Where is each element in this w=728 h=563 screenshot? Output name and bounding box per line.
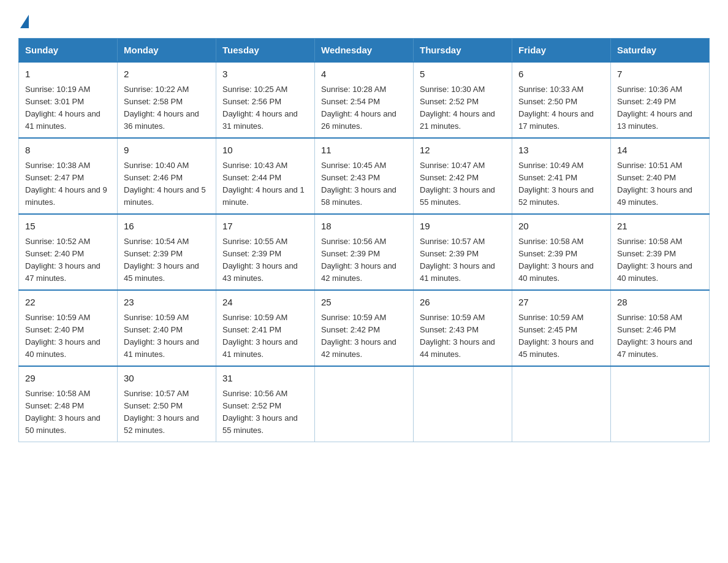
calendar-cell: 3Sunrise: 10:25 AMSunset: 2:56 PMDayligh… xyxy=(216,62,315,138)
calendar-cell: 30Sunrise: 10:57 AMSunset: 2:50 PMDaylig… xyxy=(118,366,216,442)
logo-triangle-icon xyxy=(20,15,29,28)
day-info: Sunrise: 10:22 AMSunset: 2:58 PMDaylight… xyxy=(124,85,199,131)
day-info: Sunrise: 10:57 AMSunset: 2:39 PMDaylight… xyxy=(420,237,495,283)
calendar-cell: 25Sunrise: 10:59 AMSunset: 2:42 PMDaylig… xyxy=(315,290,414,366)
day-number: 23 xyxy=(124,296,210,310)
calendar-cell: 4Sunrise: 10:28 AMSunset: 2:54 PMDayligh… xyxy=(315,62,414,138)
day-number: 14 xyxy=(617,144,703,158)
day-number: 12 xyxy=(420,144,506,158)
header xyxy=(18,12,710,27)
day-number: 10 xyxy=(222,144,308,158)
day-number: 6 xyxy=(518,67,604,82)
day-info: Sunrise: 10:33 AMSunset: 2:50 PMDaylight… xyxy=(518,85,594,131)
day-number: 27 xyxy=(518,296,604,310)
calendar-header-row: SundayMondayTuesdayWednesdayThursdayFrid… xyxy=(19,39,710,63)
day-info: Sunrise: 10:59 AMSunset: 2:41 PMDaylight… xyxy=(222,313,298,359)
calendar-week-row: 15Sunrise: 10:52 AMSunset: 2:40 PMDaylig… xyxy=(19,214,710,290)
day-info: Sunrise: 10:52 AMSunset: 2:40 PMDaylight… xyxy=(25,237,100,283)
day-info: Sunrise: 10:58 AMSunset: 2:48 PMDaylight… xyxy=(25,389,100,435)
day-info: Sunrise: 10:19 AMSunset: 3:01 PMDaylight… xyxy=(25,85,100,131)
day-number: 19 xyxy=(420,220,506,234)
day-number: 13 xyxy=(518,144,604,158)
calendar-cell: 27Sunrise: 10:59 AMSunset: 2:45 PMDaylig… xyxy=(512,290,611,366)
day-number: 18 xyxy=(321,220,407,234)
calendar-cell: 8Sunrise: 10:38 AMSunset: 2:47 PMDayligh… xyxy=(19,138,118,214)
calendar-cell: 12Sunrise: 10:47 AMSunset: 2:42 PMDaylig… xyxy=(414,138,512,214)
calendar-day-header: Saturday xyxy=(611,39,710,63)
day-number: 7 xyxy=(617,67,703,82)
day-number: 24 xyxy=(222,296,308,310)
day-number: 4 xyxy=(321,67,407,82)
calendar-cell: 1Sunrise: 10:19 AMSunset: 3:01 PMDayligh… xyxy=(19,62,118,138)
day-info: Sunrise: 10:40 AMSunset: 2:46 PMDaylight… xyxy=(124,161,206,207)
calendar-cell: 2Sunrise: 10:22 AMSunset: 2:58 PMDayligh… xyxy=(118,62,216,138)
calendar-cell xyxy=(414,366,512,442)
day-number: 16 xyxy=(124,220,210,234)
day-info: Sunrise: 10:38 AMSunset: 2:47 PMDaylight… xyxy=(25,161,107,207)
day-number: 8 xyxy=(25,144,111,158)
day-info: Sunrise: 10:59 AMSunset: 2:40 PMDaylight… xyxy=(124,313,199,359)
calendar-cell: 19Sunrise: 10:57 AMSunset: 2:39 PMDaylig… xyxy=(414,214,512,290)
day-number: 22 xyxy=(25,296,111,310)
day-info: Sunrise: 10:58 AMSunset: 2:39 PMDaylight… xyxy=(617,237,692,283)
day-info: Sunrise: 10:59 AMSunset: 2:43 PMDaylight… xyxy=(420,313,495,359)
day-info: Sunrise: 10:51 AMSunset: 2:40 PMDaylight… xyxy=(617,161,692,207)
day-number: 25 xyxy=(321,296,407,310)
calendar-day-header: Wednesday xyxy=(315,39,414,63)
calendar-cell: 5Sunrise: 10:30 AMSunset: 2:52 PMDayligh… xyxy=(414,62,512,138)
calendar-cell: 7Sunrise: 10:36 AMSunset: 2:49 PMDayligh… xyxy=(611,62,710,138)
calendar-cell: 29Sunrise: 10:58 AMSunset: 2:48 PMDaylig… xyxy=(19,366,118,442)
calendar-week-row: 1Sunrise: 10:19 AMSunset: 3:01 PMDayligh… xyxy=(19,62,710,138)
day-info: Sunrise: 10:43 AMSunset: 2:44 PMDaylight… xyxy=(222,161,305,207)
calendar-cell: 9Sunrise: 10:40 AMSunset: 2:46 PMDayligh… xyxy=(118,138,216,214)
day-info: Sunrise: 10:49 AMSunset: 2:41 PMDaylight… xyxy=(518,161,594,207)
calendar-cell: 26Sunrise: 10:59 AMSunset: 2:43 PMDaylig… xyxy=(414,290,512,366)
calendar-cell xyxy=(315,366,414,442)
logo xyxy=(18,12,29,27)
day-number: 11 xyxy=(321,144,407,158)
calendar-table: SundayMondayTuesdayWednesdayThursdayFrid… xyxy=(18,38,710,442)
day-number: 1 xyxy=(25,67,111,82)
calendar-week-row: 22Sunrise: 10:59 AMSunset: 2:40 PMDaylig… xyxy=(19,290,710,366)
day-number: 20 xyxy=(518,220,604,234)
calendar-cell: 13Sunrise: 10:49 AMSunset: 2:41 PMDaylig… xyxy=(512,138,611,214)
calendar-cell xyxy=(512,366,611,442)
day-number: 28 xyxy=(617,296,703,310)
day-info: Sunrise: 10:25 AMSunset: 2:56 PMDaylight… xyxy=(222,85,298,131)
day-number: 9 xyxy=(124,144,210,158)
calendar-day-header: Tuesday xyxy=(216,39,315,63)
calendar-cell: 17Sunrise: 10:55 AMSunset: 2:39 PMDaylig… xyxy=(216,214,315,290)
calendar-day-header: Friday xyxy=(512,39,611,63)
calendar-cell xyxy=(611,366,710,442)
calendar-cell: 10Sunrise: 10:43 AMSunset: 2:44 PMDaylig… xyxy=(216,138,315,214)
day-number: 17 xyxy=(222,220,308,234)
day-info: Sunrise: 10:58 AMSunset: 2:46 PMDaylight… xyxy=(617,313,692,359)
calendar-cell: 18Sunrise: 10:56 AMSunset: 2:39 PMDaylig… xyxy=(315,214,414,290)
day-number: 29 xyxy=(25,372,111,386)
calendar-cell: 21Sunrise: 10:58 AMSunset: 2:39 PMDaylig… xyxy=(611,214,710,290)
day-info: Sunrise: 10:58 AMSunset: 2:39 PMDaylight… xyxy=(518,237,594,283)
day-info: Sunrise: 10:59 AMSunset: 2:45 PMDaylight… xyxy=(518,313,594,359)
day-info: Sunrise: 10:54 AMSunset: 2:39 PMDaylight… xyxy=(124,237,199,283)
calendar-week-row: 8Sunrise: 10:38 AMSunset: 2:47 PMDayligh… xyxy=(19,138,710,214)
calendar-cell: 22Sunrise: 10:59 AMSunset: 2:40 PMDaylig… xyxy=(19,290,118,366)
day-number: 21 xyxy=(617,220,703,234)
calendar-cell: 31Sunrise: 10:56 AMSunset: 2:52 PMDaylig… xyxy=(216,366,315,442)
calendar-cell: 24Sunrise: 10:59 AMSunset: 2:41 PMDaylig… xyxy=(216,290,315,366)
calendar-cell: 20Sunrise: 10:58 AMSunset: 2:39 PMDaylig… xyxy=(512,214,611,290)
calendar-cell: 16Sunrise: 10:54 AMSunset: 2:39 PMDaylig… xyxy=(118,214,216,290)
day-info: Sunrise: 10:59 AMSunset: 2:42 PMDaylight… xyxy=(321,313,396,359)
day-number: 3 xyxy=(222,67,308,82)
day-number: 5 xyxy=(420,67,506,82)
day-info: Sunrise: 10:56 AMSunset: 2:52 PMDaylight… xyxy=(222,389,298,435)
calendar-cell: 11Sunrise: 10:45 AMSunset: 2:43 PMDaylig… xyxy=(315,138,414,214)
day-number: 15 xyxy=(25,220,111,234)
calendar-week-row: 29Sunrise: 10:58 AMSunset: 2:48 PMDaylig… xyxy=(19,366,710,442)
day-info: Sunrise: 10:45 AMSunset: 2:43 PMDaylight… xyxy=(321,161,396,207)
calendar-cell: 6Sunrise: 10:33 AMSunset: 2:50 PMDayligh… xyxy=(512,62,611,138)
calendar-cell: 23Sunrise: 10:59 AMSunset: 2:40 PMDaylig… xyxy=(118,290,216,366)
day-info: Sunrise: 10:55 AMSunset: 2:39 PMDaylight… xyxy=(222,237,298,283)
day-info: Sunrise: 10:59 AMSunset: 2:40 PMDaylight… xyxy=(25,313,100,359)
day-number: 31 xyxy=(222,372,308,386)
calendar-day-header: Monday xyxy=(118,39,216,63)
